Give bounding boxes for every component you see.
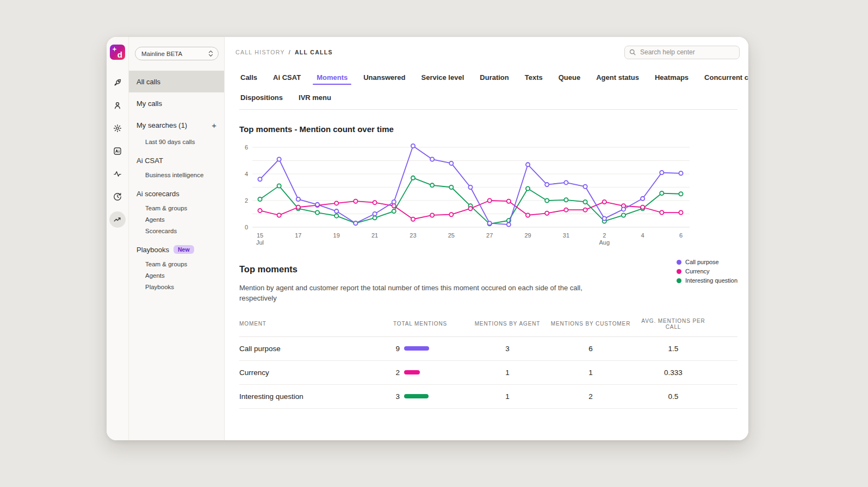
sidebar-item-label: Ai CSAT bbox=[137, 157, 163, 165]
sidebar-item-playbooks[interactable]: Playbooks bbox=[129, 281, 224, 292]
sidebar: Mainline BETA All callsMy callsMy search… bbox=[129, 37, 225, 440]
tab-moments[interactable]: Moments bbox=[315, 67, 349, 88]
legend-dot bbox=[677, 260, 681, 265]
svg-text:15: 15 bbox=[257, 232, 263, 239]
rocket-icon bbox=[113, 78, 122, 88]
sidebar-item-ai-csat[interactable]: Ai CSAT bbox=[129, 152, 224, 169]
search-input[interactable] bbox=[639, 48, 735, 57]
svg-text:6: 6 bbox=[679, 232, 683, 239]
avg-mentions-per-call-cell: 0.333 bbox=[635, 369, 711, 377]
app-logo[interactable]: d bbox=[110, 45, 125, 60]
moments-table: MOMENTTOTAL MENTIONSMENTIONS BY AGENTMEN… bbox=[239, 318, 737, 409]
icon-rail: d bbox=[107, 37, 129, 440]
column-header-total-mentions: TOTAL MENTIONS bbox=[393, 321, 469, 327]
workspace-label: Mainline BETA bbox=[141, 51, 182, 57]
rail-button-history-icon[interactable] bbox=[109, 189, 126, 205]
rail-button-rocket-icon[interactable] bbox=[109, 74, 126, 91]
new-badge: New bbox=[173, 245, 194, 254]
rail-button-activity-icon[interactable] bbox=[109, 166, 126, 182]
column-header-avg-mentions-per-call: AVG. MENTIONS PER CALL bbox=[635, 318, 711, 330]
sidebar-item-label: Last 90 days calls bbox=[145, 139, 195, 145]
sidebar-item-playbooks[interactable]: PlaybooksNew bbox=[129, 241, 224, 258]
total-mentions-cell: 9 bbox=[393, 345, 469, 353]
sidebar-item-business-intelligence[interactable]: Business intelligence bbox=[129, 169, 224, 180]
breadcrumb-section[interactable]: CALL HISTORY bbox=[235, 49, 285, 55]
tab-agent-status[interactable]: Agent status bbox=[595, 67, 640, 88]
tab-bar-row-2: DispositionsIVR menu bbox=[239, 88, 737, 108]
logo-letter: d bbox=[117, 51, 122, 59]
sidebar-item-team-groups[interactable]: Team & groups bbox=[129, 258, 224, 270]
tab-queue[interactable]: Queue bbox=[557, 67, 581, 88]
rail-button-person-icon[interactable] bbox=[109, 97, 126, 114]
column-header-mentions-by-agent: MENTIONS BY AGENT bbox=[469, 321, 546, 327]
breadcrumb-page: ALL CALLS bbox=[295, 49, 333, 55]
workspace-selector[interactable]: Mainline BETA bbox=[135, 47, 219, 60]
total-mentions-cell: 2 bbox=[393, 369, 469, 377]
sidebar-item-my-searches-1[interactable]: My searches (1)+ bbox=[129, 114, 224, 136]
tab-dispositions[interactable]: Dispositions bbox=[239, 88, 284, 108]
svg-text:2: 2 bbox=[245, 197, 248, 204]
total-mentions-bar bbox=[404, 346, 429, 351]
sidebar-item-all-calls[interactable]: All calls bbox=[129, 71, 224, 92]
sidebar-item-label: Playbooks bbox=[137, 246, 169, 254]
legend-dot bbox=[677, 278, 681, 283]
svg-text:Aug: Aug bbox=[599, 239, 610, 246]
mentions-by-agent-cell: 1 bbox=[469, 369, 546, 377]
avg-mentions-per-call-cell: 0.5 bbox=[635, 392, 711, 401]
sidebar-item-label: All calls bbox=[137, 78, 160, 86]
svg-text:25: 25 bbox=[448, 232, 455, 239]
chart-title: Top moments - Mention count over time bbox=[239, 124, 737, 134]
tab-bar-row-1: CallsAi CSATMomentsUnansweredService lev… bbox=[239, 67, 737, 88]
trending-up-icon bbox=[113, 215, 122, 224]
rail-button-ai-notes-icon[interactable] bbox=[109, 143, 126, 159]
tab-duration[interactable]: Duration bbox=[479, 67, 510, 88]
sidebar-item-agents[interactable]: Agents bbox=[129, 214, 224, 225]
tab-ai-csat[interactable]: Ai CSAT bbox=[272, 67, 302, 88]
gear-icon bbox=[113, 123, 122, 133]
svg-text:31: 31 bbox=[563, 232, 569, 239]
main-area: CALL HISTORY/ALL CALLS CallsAi CSATMomen… bbox=[225, 37, 748, 440]
tab-texts[interactable]: Texts bbox=[524, 67, 544, 88]
table-row-call-purpose[interactable]: Call purpose9361.5 bbox=[239, 337, 737, 361]
sidebar-item-team-groups[interactable]: Team & groups bbox=[129, 202, 224, 214]
sidebar-item-label: Agents bbox=[145, 272, 165, 279]
sidebar-item-agents[interactable]: Agents bbox=[129, 270, 224, 281]
legend-item-call-purpose[interactable]: Call purpose bbox=[677, 259, 737, 265]
tab-concurrent-calls[interactable]: Concurrent calls bbox=[703, 67, 748, 88]
legend-item-interesting-question[interactable]: Interesting question bbox=[677, 277, 737, 284]
rail-button-gear-icon[interactable] bbox=[109, 120, 126, 136]
sidebar-item-last-90-days-calls[interactable]: Last 90 days calls bbox=[129, 136, 224, 147]
sidebar-item-label: My calls bbox=[137, 99, 162, 108]
tab-ivr-menu[interactable]: IVR menu bbox=[297, 88, 332, 108]
total-mentions-bar bbox=[404, 394, 429, 398]
breadcrumb-separator: / bbox=[289, 49, 291, 55]
mentions-by-agent-cell: 3 bbox=[469, 345, 546, 353]
add-search-button[interactable]: + bbox=[212, 121, 216, 129]
sidebar-item-scorecards[interactable]: Scorecards bbox=[129, 225, 224, 236]
mentions-by-agent-cell: 1 bbox=[469, 392, 546, 401]
tab-heatmaps[interactable]: Heatmaps bbox=[654, 67, 690, 88]
mentions-by-customer-cell: 1 bbox=[546, 369, 635, 377]
table-row-currency[interactable]: Currency2110.333 bbox=[239, 361, 737, 385]
rail-button-trending-up-icon[interactable] bbox=[109, 211, 126, 228]
mentions-line-chart: 024615Jul17192123252729312Aug46 bbox=[239, 139, 692, 248]
legend-dot bbox=[677, 269, 681, 274]
sidebar-item-ai-scorecards[interactable]: Ai scorecards bbox=[129, 185, 224, 202]
sidebar-item-label: Playbooks bbox=[145, 284, 174, 290]
sidebar-item-label: Business intelligence bbox=[145, 172, 203, 178]
legend-item-currency[interactable]: Currency bbox=[677, 268, 737, 274]
svg-text:19: 19 bbox=[333, 232, 340, 239]
svg-text:6: 6 bbox=[245, 144, 248, 151]
tab-service-level[interactable]: Service level bbox=[420, 67, 466, 88]
svg-text:23: 23 bbox=[410, 232, 416, 239]
total-mentions-value: 2 bbox=[393, 369, 400, 377]
sparkle-icon bbox=[112, 47, 117, 52]
content: CallsAi CSATMomentsUnansweredService lev… bbox=[225, 67, 748, 409]
table-row-interesting-question[interactable]: Interesting question3120.5 bbox=[239, 385, 737, 409]
sidebar-item-label: Agents bbox=[145, 216, 165, 223]
tab-calls[interactable]: Calls bbox=[239, 67, 258, 88]
sidebar-item-label: Ai scorecards bbox=[137, 190, 179, 198]
sidebar-item-my-calls[interactable]: My calls bbox=[129, 92, 224, 114]
help-search[interactable] bbox=[624, 46, 740, 59]
tab-unanswered[interactable]: Unanswered bbox=[362, 67, 406, 88]
